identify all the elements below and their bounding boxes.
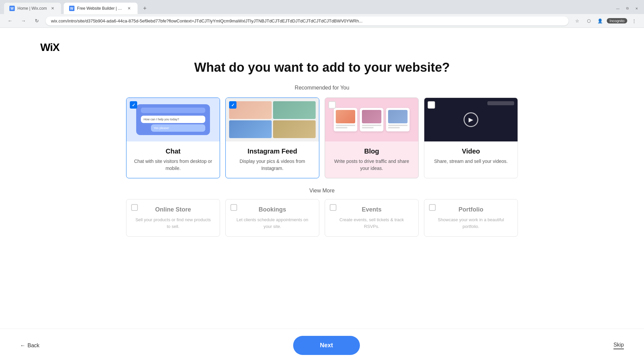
profile-icon[interactable]: 👤 [595,16,605,25]
card-instagram-image [226,98,319,141]
forward-nav-button[interactable]: → [19,16,28,25]
more-cards-row: Online Store Sell your products or find … [126,199,518,237]
card-portfolio-desc: Showcase your work in a beautiful portfo… [431,217,511,230]
address-bar: ← → ↻ ☆ ⬡ 👤 Incognito ⋮ [0,14,644,27]
new-tab-button[interactable]: + [140,4,150,13]
card-video-desc: Share, stream and sell your videos. [431,158,511,165]
card-blog-body: Blog Write posts to drive traffic and sh… [325,141,418,178]
card-chat[interactable]: How can I help you today? Yes please! Ch… [126,98,220,178]
card-events-title: Events [362,206,381,213]
page-title: What do you want to add to your website? [194,60,450,75]
view-more-label: View More [309,188,334,194]
chat-preview: How can I help you today? Yes please! [126,98,220,141]
card-events-desc: Create events, sell tickets & track RSVP… [332,217,412,230]
url-input[interactable] [46,16,569,25]
page-content: WiX What do you want to add to your webs… [0,28,644,237]
tab-2-close[interactable]: ✕ [126,5,132,11]
tab-1-title: Home | Wix.com [17,6,47,11]
card-instagram[interactable]: Instagram Feed Display your pics & video… [225,98,319,178]
card-instagram-title: Instagram Feed [232,147,312,155]
card-online-store[interactable]: Online Store Sell your products or find … [126,199,220,237]
card-online-store-desc: Sell your products or find new products … [133,217,213,230]
bottom-navigation: ← Back Next Skip [0,328,644,362]
card-blog-desc: Write posts to drive traffic and share y… [332,158,412,172]
play-icon: ▶ [464,112,478,127]
card-online-store-title: Online Store [155,206,191,213]
tab-1-favicon: W [9,6,15,11]
card-blog-image [325,98,418,141]
back-label: Back [28,343,40,349]
browser-actions: ☆ ⬡ 👤 Incognito ⋮ [573,16,639,25]
card-blog-title: Blog [332,147,412,155]
card-video-title: Video [431,147,511,155]
maximize-button[interactable]: ⧉ [624,5,631,12]
card-chat-body: Chat Chat with site visitors from deskto… [126,141,220,178]
card-video[interactable]: ▶ Video Share, stream and sell your vide… [424,98,518,178]
card-portfolio-checkbox[interactable] [429,204,436,211]
wix-logo: WiX [40,41,617,54]
card-online-store-checkbox[interactable] [131,204,138,211]
card-portfolio-title: Portfolio [459,206,483,213]
card-events-checkbox[interactable] [330,204,336,211]
window-controls: — ⧉ ✕ [614,5,640,12]
card-video-checkbox[interactable] [428,101,435,109]
card-bookings-desc: Let clients schedule appointments on you… [232,217,312,230]
card-blog-checkbox[interactable] [328,101,336,109]
bookmark-icon[interactable]: ☆ [573,16,582,25]
tab-2-favicon: W [69,6,74,11]
card-instagram-body: Instagram Feed Display your pics & video… [226,141,319,178]
video-preview: ▶ [424,98,518,141]
card-events[interactable]: Events Create events, sell tickets & tra… [325,199,419,237]
instagram-preview [226,98,319,141]
back-button[interactable]: ← Back [20,343,40,349]
recommended-label: Recommended for You [295,85,350,91]
minimize-button[interactable]: — [614,5,621,12]
incognito-badge: Incognito [607,18,627,23]
card-chat-checkbox[interactable] [130,101,137,109]
tab-1[interactable]: W Home | Wix.com ✕ [4,3,61,14]
tab-2-title: Free Website Builder | Create a F... [77,6,123,11]
back-nav-button[interactable]: ← [5,16,15,25]
blog-preview [325,98,418,141]
back-arrow-icon: ← [20,343,25,349]
skip-button[interactable]: Skip [613,342,624,349]
card-bookings-title: Bookings [259,206,286,213]
card-portfolio[interactable]: Portfolio Showcase your work in a beauti… [424,199,518,237]
logo-container: WiX [7,41,637,60]
card-chat-title: Chat [133,147,213,155]
card-chat-image: How can I help you today? Yes please! [126,98,220,141]
reload-button[interactable]: ↻ [32,16,42,25]
card-blog[interactable]: Blog Write posts to drive traffic and sh… [325,98,419,178]
title-bar: W Home | Wix.com ✕ W Free Website Builde… [0,0,644,14]
card-bookings-checkbox[interactable] [230,204,237,211]
card-chat-desc: Chat with site visitors from desktop or … [133,158,213,172]
browser-chrome: W Home | Wix.com ✕ W Free Website Builde… [0,0,644,28]
card-video-body: Video Share, stream and sell your videos… [424,141,518,171]
tab-2[interactable]: W Free Website Builder | Create a F... ✕ [64,3,138,14]
card-instagram-checkbox[interactable] [229,101,236,109]
card-video-image: ▶ [424,98,518,141]
extensions-icon[interactable]: ⬡ [584,16,593,25]
close-button[interactable]: ✕ [633,5,640,12]
recommended-cards-row: How can I help you today? Yes please! Ch… [126,98,518,178]
next-button[interactable]: Next [293,336,360,355]
tab-1-close[interactable]: ✕ [50,5,56,11]
menu-icon[interactable]: ⋮ [629,16,639,25]
card-bookings[interactable]: Bookings Let clients schedule appointmen… [225,199,319,237]
card-instagram-desc: Display your pics & videos from Instagra… [232,158,312,172]
